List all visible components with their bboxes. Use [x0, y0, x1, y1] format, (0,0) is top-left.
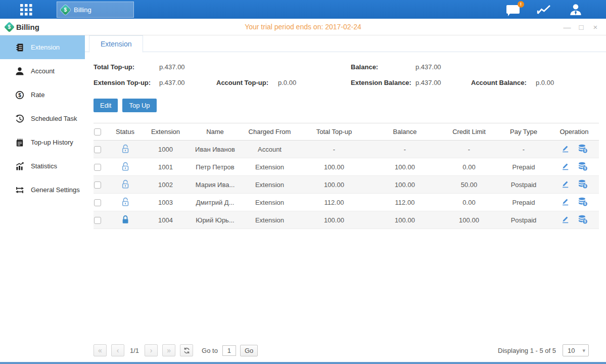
table-row: 1000 Иван Иванов Account - - - -	[94, 141, 599, 158]
extension-balance-label: Extension Balance:	[351, 79, 415, 86]
refresh-icon	[183, 347, 190, 354]
page-indicator: 1/1	[130, 347, 139, 354]
cell-charged-from: Extension	[241, 211, 299, 229]
first-page-button[interactable]: «	[94, 344, 107, 356]
line-chart-icon[interactable]	[536, 3, 552, 16]
svg-text:$: $	[584, 149, 586, 153]
row-checkbox[interactable]	[94, 181, 101, 189]
edit-pencil-icon[interactable]	[561, 179, 570, 188]
table-row: 1001 Петр Петров Extension 100.00 100.00…	[94, 158, 599, 176]
cell-charged-from: Extension	[241, 176, 299, 194]
cell-name: Мария Ива...	[190, 176, 241, 194]
close-icon[interactable]: ×	[591, 23, 600, 31]
main-content: Extension Total Top-up: p.437.00 Balance…	[85, 35, 606, 362]
chevron-down-icon: ▾	[582, 347, 588, 354]
app-grid-icon[interactable]	[17, 4, 36, 16]
notifications-chat-icon[interactable]: !	[505, 3, 521, 16]
col-name: Name	[190, 123, 241, 141]
edit-pencil-icon[interactable]	[561, 197, 570, 206]
taskbar-tab-label: Billing	[74, 6, 91, 14]
sidebar-item-label: Rate	[31, 91, 44, 99]
sidebar-item-rate[interactable]: $ Rate	[0, 83, 85, 107]
cell-charged-from: Extension	[241, 194, 299, 211]
prev-page-button[interactable]: ‹	[111, 344, 124, 356]
toolbar: Edit Top Up	[94, 99, 157, 112]
sidebar-item-account[interactable]: Account	[0, 59, 85, 83]
select-all-checkbox[interactable]	[94, 128, 101, 135]
sidebar-item-general-settings[interactable]: General Settings	[0, 178, 85, 202]
status-lock-icon	[121, 200, 129, 208]
sidebar-item-scheduled-task[interactable]: Scheduled Task	[0, 107, 85, 130]
col-total-topup: Total Top-up	[299, 123, 369, 141]
edit-pencil-icon[interactable]	[561, 162, 570, 170]
row-checkbox[interactable]	[94, 199, 101, 206]
top-taskbar: $ Billing !	[0, 0, 606, 19]
billing-app-icon: $	[4, 22, 15, 32]
sidebar-item-label: Scheduled Task	[31, 115, 77, 122]
cell-pay-type: Postpaid	[498, 176, 549, 194]
goto-page-input[interactable]	[222, 345, 236, 356]
cell-credit-limit: -	[440, 141, 498, 158]
cell-extension: 1001	[142, 158, 190, 176]
sidebar-item-topup-history[interactable]: Top-up History	[0, 130, 85, 154]
notebook-icon	[15, 138, 24, 147]
top-up-coins-icon[interactable]: $	[578, 162, 588, 171]
sidebar-item-label: Account	[31, 67, 55, 75]
extension-topup-value: p.437.00	[159, 79, 216, 86]
top-up-coins-icon[interactable]: $	[578, 144, 588, 153]
tab-extension[interactable]: Extension	[89, 35, 143, 53]
sidebar-item-label: Top-up History	[31, 139, 73, 146]
cell-total-topup: 100.00	[299, 158, 369, 176]
go-button[interactable]: Go	[240, 345, 258, 356]
cell-total-topup: -	[299, 141, 369, 158]
refresh-button[interactable]	[180, 344, 193, 356]
cell-credit-limit: 0.00	[440, 158, 498, 176]
row-checkbox[interactable]	[94, 217, 101, 224]
displaying-count: Displaying 1 - 5 of 5	[498, 347, 556, 354]
edit-pencil-icon[interactable]	[561, 215, 570, 223]
bar-chart-icon	[15, 162, 24, 171]
table-header-row: Status Extension Name Charged From Total…	[94, 123, 599, 141]
maximize-icon[interactable]: □	[577, 23, 586, 31]
last-page-button[interactable]: »	[162, 344, 175, 356]
table-row: 1002 Мария Ива... Extension 100.00 100.0…	[94, 176, 599, 194]
top-up-coins-icon[interactable]: $	[578, 215, 588, 224]
cell-charged-from: Account	[241, 141, 299, 158]
sidebar-item-extension[interactable]: Extension	[0, 35, 85, 59]
cell-pay-type: -	[498, 141, 549, 158]
account-topup-label: Account Top-up:	[216, 79, 278, 86]
row-checkbox[interactable]	[94, 146, 101, 153]
top-up-coins-icon[interactable]: $	[578, 197, 588, 206]
edit-pencil-icon[interactable]	[561, 144, 570, 153]
top-up-coins-icon[interactable]: $	[578, 179, 588, 189]
cell-name: Юрий Юрь...	[190, 211, 241, 229]
page-size-dropdown[interactable]: 10 ▾	[563, 344, 589, 356]
table-row: 1004 Юрий Юрь... Extension 100.00 100.00…	[94, 211, 599, 229]
taskbar-tab-billing[interactable]: $ Billing	[57, 2, 134, 18]
total-topup-label: Total Top-up:	[94, 63, 159, 71]
sidebar-item-label: General Settings	[31, 186, 80, 194]
svg-text:$: $	[584, 219, 586, 223]
balance-label: Balance:	[351, 63, 415, 71]
minimize-icon[interactable]: —	[563, 23, 572, 31]
cell-balance: -	[369, 141, 440, 158]
swap-arrows-icon	[15, 186, 24, 195]
user-account-icon[interactable]	[568, 3, 584, 16]
account-topup-value: p.0.00	[278, 79, 351, 86]
edit-button[interactable]: Edit	[94, 99, 118, 112]
cell-extension: 1002	[142, 176, 190, 194]
cell-balance: 100.00	[369, 211, 440, 229]
next-page-button[interactable]: ›	[145, 344, 158, 356]
sidebar-nav: Extension Account $ Rate Scheduled Task	[0, 35, 85, 362]
sidebar-item-statistics[interactable]: Statistics	[0, 154, 85, 178]
sidebar-item-label: Statistics	[31, 162, 57, 170]
top-up-button[interactable]: Top Up	[122, 99, 156, 112]
cell-credit-limit: 100.00	[440, 211, 498, 229]
svg-text:$: $	[584, 202, 586, 206]
col-balance: Balance	[369, 123, 440, 141]
col-charged-from: Charged From	[241, 123, 299, 141]
row-checkbox[interactable]	[94, 164, 101, 171]
col-status: Status	[109, 123, 142, 141]
chat-bubble-icon	[506, 5, 520, 14]
cell-credit-limit: 0.00	[440, 194, 498, 211]
